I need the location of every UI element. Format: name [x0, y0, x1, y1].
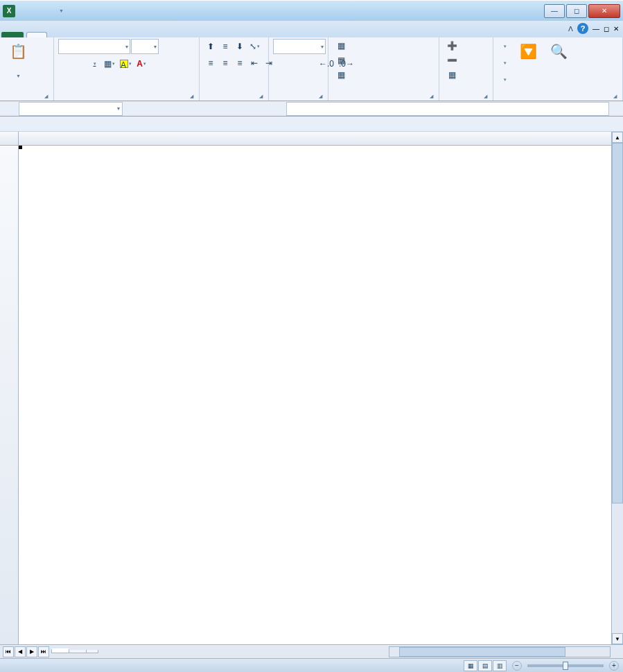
format-as-table-button[interactable]: ▦ — [333, 53, 352, 67]
window-buttons: — ◻ ✕ — [543, 4, 620, 18]
undo-icon[interactable] — [30, 5, 43, 17]
formula-input[interactable] — [286, 102, 609, 116]
autosum-button[interactable]: ▾ — [498, 39, 511, 54]
currency-button[interactable] — [273, 56, 287, 71]
group-clipboard: 📋 ▼ — [0, 37, 54, 101]
cells-area[interactable] — [19, 146, 623, 644]
font-color-button[interactable]: A▾ — [134, 56, 148, 71]
ribbon: 📋 ▼ ▾ ▦▾ A▾ — [0, 37, 623, 101]
shrink-font-button[interactable] — [174, 39, 188, 54]
hscroll-thumb[interactable] — [399, 647, 565, 657]
clear-button[interactable]: ▾ — [498, 72, 511, 87]
redo-icon[interactable] — [44, 5, 57, 17]
vscroll-thumb[interactable] — [612, 143, 623, 503]
grow-font-button[interactable] — [159, 39, 173, 54]
zoom-thumb[interactable] — [563, 662, 568, 670]
cell-styles-icon: ▦ — [335, 69, 346, 80]
normal-view-button[interactable]: ▦ — [464, 660, 477, 671]
delete-cells-button[interactable]: ➖ — [444, 53, 463, 67]
column-headers — [0, 132, 623, 146]
group-number: ←.0 .0→ — [269, 37, 328, 101]
conditional-formatting-button[interactable]: ▦ — [333, 39, 352, 53]
close-button[interactable]: ✕ — [588, 4, 620, 18]
tab-nav-first[interactable]: ⏮ — [3, 646, 14, 657]
tab-nav-prev[interactable]: ◀ — [15, 646, 26, 657]
select-all-button[interactable] — [0, 132, 19, 145]
align-center-button[interactable]: ≡ — [218, 55, 232, 71]
tab-file[interactable] — [1, 32, 24, 37]
group-label-cells — [444, 98, 489, 101]
insert-cells-button[interactable]: ➕ — [444, 39, 463, 53]
fill-color-button[interactable]: A▾ — [118, 56, 134, 71]
ribbon-right-controls: ᐱ ? — ◻ ✕ — [568, 23, 619, 34]
sort-filter-button[interactable]: 🔽 — [514, 39, 542, 65]
bold-button[interactable] — [58, 56, 72, 71]
tab-team[interactable] — [183, 33, 202, 37]
minimize-button[interactable]: — — [544, 4, 565, 18]
percent-button[interactable] — [288, 56, 301, 71]
find-select-button[interactable]: 🔍 — [545, 39, 572, 65]
copy-button[interactable] — [35, 55, 49, 71]
status-bar: ▦ ▤ ▥ − + — [0, 658, 623, 672]
orientation-button[interactable]: ⤡▾ — [247, 39, 262, 54]
scroll-down-button[interactable]: ▼ — [612, 633, 623, 644]
zoom-out-button[interactable]: − — [512, 661, 522, 671]
border-button[interactable]: ▦▾ — [102, 56, 117, 71]
cond-format-icon: ▦ — [335, 40, 346, 51]
tab-view[interactable] — [144, 33, 164, 37]
formula-bar — [0, 101, 623, 117]
page-break-view-button[interactable]: ▥ — [493, 660, 507, 671]
cut-button[interactable] — [35, 39, 49, 54]
excel-icon[interactable]: X — [3, 5, 15, 17]
minimize-ribbon-icon[interactable]: ᐱ — [568, 25, 573, 33]
align-bottom-button[interactable]: ⬇ — [233, 39, 247, 54]
zoom-in-button[interactable]: + — [609, 661, 619, 671]
zoom-slider[interactable] — [527, 664, 604, 667]
underline-button[interactable]: ▾ — [87, 56, 101, 71]
tab-insert[interactable] — [47, 33, 67, 37]
name-box[interactable] — [19, 102, 123, 116]
tab-formulas[interactable] — [86, 33, 105, 37]
maximize-button[interactable]: ◻ — [566, 4, 587, 18]
fill-button[interactable]: ▾ — [498, 55, 511, 71]
doc-restore-icon[interactable]: ◻ — [604, 25, 609, 33]
new-sheet-button[interactable] — [86, 650, 98, 653]
horizontal-scrollbar[interactable] — [389, 646, 611, 657]
save-icon[interactable] — [17, 5, 29, 17]
cell-styles-button[interactable]: ▦ — [333, 68, 352, 82]
align-right-button[interactable]: ≡ — [233, 55, 247, 71]
group-editing: ▾ ▾ ▾ 🔽 🔍 — [493, 37, 623, 101]
format-cells-button[interactable]: ▦ — [444, 68, 463, 82]
sheet-tab-settings[interactable] — [69, 650, 87, 653]
decrease-indent-button[interactable]: ⇤ — [247, 55, 261, 71]
comma-button[interactable] — [302, 56, 316, 71]
scroll-up-button[interactable]: ▲ — [612, 132, 623, 143]
tab-nav-next[interactable]: ▶ — [26, 646, 37, 657]
number-format-combo[interactable] — [273, 39, 326, 54]
font-name-combo[interactable] — [58, 39, 130, 54]
paste-button[interactable]: 📋 ▼ — [4, 39, 32, 81]
tab-developer[interactable] — [164, 33, 183, 37]
tab-nav-last[interactable]: ⏭ — [38, 646, 49, 657]
group-label-editing — [498, 98, 618, 101]
tab-home[interactable] — [26, 32, 47, 37]
group-label-clipboard — [4, 98, 49, 101]
font-size-combo[interactable] — [131, 39, 159, 54]
qat-customize-icon[interactable]: ▼ — [59, 8, 64, 13]
help-icon[interactable]: ? — [577, 23, 588, 34]
table-icon: ▦ — [335, 55, 346, 66]
vertical-scrollbar[interactable]: ▲ ▼ — [611, 132, 623, 644]
tab-review[interactable] — [125, 33, 144, 37]
align-left-button[interactable]: ≡ — [204, 55, 218, 71]
doc-minimize-icon[interactable]: — — [593, 25, 599, 33]
align-middle-button[interactable]: ≡ — [218, 39, 232, 54]
align-top-button[interactable]: ⬆ — [204, 39, 218, 54]
tab-page-layout[interactable] — [67, 33, 86, 37]
italic-button[interactable] — [73, 56, 87, 71]
page-layout-view-button[interactable]: ▤ — [478, 660, 492, 671]
insert-icon: ➕ — [446, 40, 457, 51]
doc-close-icon[interactable]: ✕ — [613, 25, 619, 33]
tab-data[interactable] — [105, 33, 125, 37]
sheet-tab-active[interactable] — [51, 648, 69, 653]
format-painter-button[interactable] — [35, 72, 49, 87]
